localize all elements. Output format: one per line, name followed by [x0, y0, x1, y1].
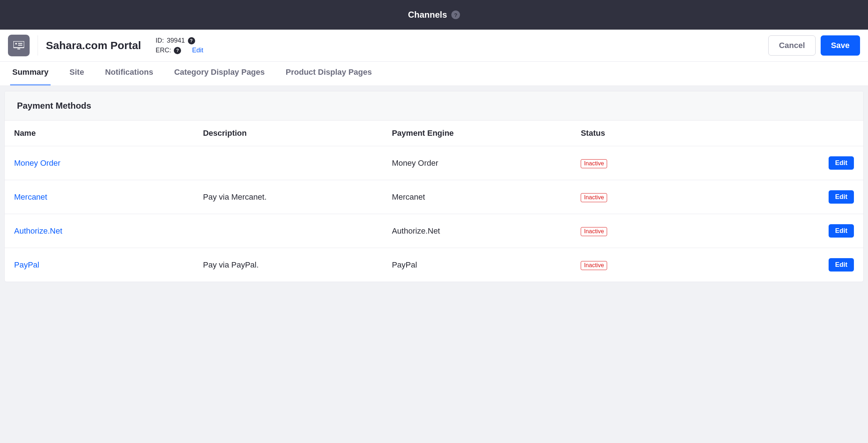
col-payment-engine: Payment Engine	[382, 121, 571, 146]
payment-methods-panel: Payment Methods Name Description Payment…	[4, 91, 864, 282]
payment-method-name-link[interactable]: Authorize.Net	[14, 226, 62, 235]
edit-button[interactable]: Edit	[829, 258, 854, 272]
status-badge: Inactive	[581, 261, 607, 270]
topbar: Channels ?	[0, 0, 868, 30]
status-badge: Inactive	[581, 159, 607, 168]
svg-point-1	[15, 43, 17, 45]
info-icon[interactable]: ?	[174, 47, 181, 54]
tabs: Summary Site Notifications Category Disp…	[0, 62, 868, 86]
svg-rect-4	[17, 49, 20, 49]
table-row: Mercanet Pay via Mercanet. Mercanet Inac…	[5, 180, 863, 214]
channel-icon-svg	[13, 41, 24, 50]
status-badge: Inactive	[581, 227, 607, 236]
tab-site[interactable]: Site	[67, 62, 86, 86]
cancel-button[interactable]: Cancel	[768, 35, 815, 56]
tab-product-display-pages[interactable]: Product Display Pages	[284, 62, 374, 86]
tab-notifications[interactable]: Notifications	[103, 62, 155, 86]
help-icon[interactable]: ?	[451, 10, 460, 19]
page-header: Sahara.com Portal ID: 39941 ? ERC: ? Edi…	[0, 30, 868, 62]
col-status: Status	[571, 121, 760, 146]
payment-method-engine: PayPal	[382, 248, 571, 282]
page-title: Sahara.com Portal	[46, 39, 141, 52]
table-row: Money Order Money Order Inactive Edit	[5, 146, 863, 180]
svg-rect-3	[18, 45, 22, 45]
payment-method-engine: Mercanet	[382, 180, 571, 214]
status-badge: Inactive	[581, 193, 607, 202]
channel-icon	[8, 35, 30, 56]
col-description: Description	[194, 121, 383, 146]
table-row: PayPal Pay via PayPal. PayPal Inactive E…	[5, 248, 863, 282]
payment-method-name-link[interactable]: Money Order	[14, 158, 60, 168]
table-row: Authorize.Net Authorize.Net Inactive Edi…	[5, 214, 863, 248]
payment-method-engine: Money Order	[382, 146, 571, 180]
edit-button[interactable]: Edit	[829, 190, 854, 204]
tab-category-display-pages[interactable]: Category Display Pages	[172, 62, 267, 86]
edit-button[interactable]: Edit	[829, 156, 854, 170]
meta-erc-row: ERC: ? Edit	[155, 47, 203, 54]
info-icon[interactable]: ?	[188, 37, 195, 44]
meta-id-row: ID: 39941 ?	[155, 37, 203, 44]
table-header-row: Name Description Payment Engine Status	[5, 121, 863, 146]
tab-summary[interactable]: Summary	[10, 62, 51, 86]
svg-rect-0	[13, 41, 24, 48]
topbar-title: Channels	[408, 10, 447, 20]
payment-method-name-link[interactable]: Mercanet	[14, 192, 47, 201]
col-name: Name	[5, 121, 194, 146]
id-label: ID:	[155, 37, 164, 44]
payment-method-description: Pay via Mercanet.	[194, 180, 383, 214]
payment-method-description	[194, 146, 383, 180]
payment-methods-table: Name Description Payment Engine Status M…	[5, 121, 863, 282]
payment-method-description: Pay via PayPal.	[194, 248, 383, 282]
header-meta: ID: 39941 ? ERC: ? Edit	[155, 37, 203, 54]
col-actions	[760, 121, 863, 146]
header-divider	[38, 35, 38, 56]
payment-method-engine: Authorize.Net	[382, 214, 571, 248]
erc-label: ERC:	[155, 47, 171, 54]
header-actions: Cancel Save	[768, 35, 860, 56]
id-value: 39941	[167, 37, 185, 44]
save-button[interactable]: Save	[821, 35, 860, 56]
svg-rect-2	[18, 43, 22, 44]
payment-method-name-link[interactable]: PayPal	[14, 260, 39, 269]
panel-title: Payment Methods	[5, 91, 863, 121]
payment-method-description	[194, 214, 383, 248]
edit-button[interactable]: Edit	[829, 224, 854, 238]
erc-edit-link[interactable]: Edit	[192, 47, 203, 54]
